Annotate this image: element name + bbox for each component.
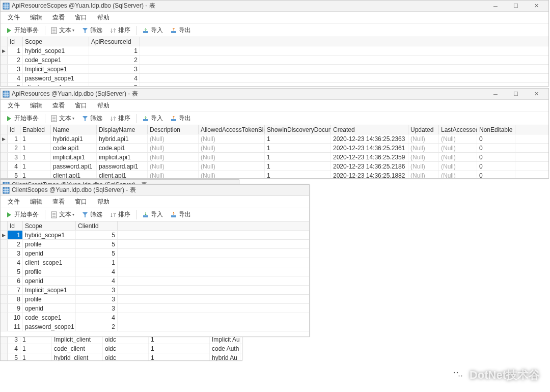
cell[interactable]: 1 (20, 144, 51, 152)
cell[interactable]: 3 (8, 249, 23, 258)
menu-查看[interactable]: 查看 (47, 100, 70, 111)
cell[interactable]: 0 (477, 144, 515, 152)
cell[interactable]: 5 (8, 171, 20, 178)
sort-button[interactable]: 排序 (106, 209, 133, 220)
cell[interactable]: (Null) (439, 171, 477, 178)
table-row[interactable]: 7Implicit_scope13 (1, 286, 309, 295)
table-row[interactable]: 9openid3 (1, 304, 309, 313)
cell[interactable]: hybrid Au (210, 353, 240, 360)
titlebar[interactable]: ClientScopes @Yuan.Idp.dbo (SqlServer) -… (1, 185, 309, 196)
cell[interactable]: 1 (76, 258, 118, 267)
cell[interactable]: 1 (8, 231, 23, 239)
table-row[interactable]: ▶1hybrid_scope15 (1, 231, 309, 240)
menu-窗口[interactable]: 窗口 (70, 100, 92, 111)
col-header[interactable]: Id (8, 125, 20, 134)
cell[interactable]: (Null) (408, 134, 439, 143)
export-button[interactable]: 导出 (167, 113, 194, 124)
cell[interactable]: 5 (89, 83, 140, 86)
text-button[interactable]: 文本▾ (47, 25, 77, 36)
cell[interactable]: (Null) (148, 144, 199, 152)
cell[interactable]: 2 (8, 240, 23, 248)
col-header[interactable]: ClientId (76, 221, 118, 230)
cell[interactable]: (Null) (439, 162, 477, 171)
menu-查看[interactable]: 查看 (47, 196, 70, 208)
col-header[interactable]: Enabled (20, 125, 51, 134)
cell[interactable]: 0 (477, 134, 515, 143)
cell[interactable]: 3 (76, 304, 118, 313)
table-row[interactable]: 3openid5 (1, 249, 309, 258)
cell[interactable]: password_scope1 (23, 322, 76, 331)
cell[interactable]: (Null) (199, 144, 265, 152)
cell[interactable]: 1 (20, 171, 51, 178)
cell[interactable]: 5 (8, 353, 20, 360)
begin-tx-button[interactable]: 开始事务 (3, 113, 42, 124)
cell[interactable]: password.api1 (97, 162, 148, 171)
cell[interactable]: client_scope1 (23, 83, 89, 86)
cell[interactable]: 5 (76, 231, 118, 239)
table-row[interactable]: 4client_scope11 (1, 258, 309, 267)
table-row[interactable]: ▶1hybrid_scope11 (1, 46, 548, 55)
cell[interactable]: password_scope1 (23, 74, 89, 82)
cell[interactable]: (Null) (439, 134, 477, 143)
cell[interactable]: 7 (8, 286, 23, 294)
cell[interactable]: 1 (265, 162, 331, 171)
cell[interactable]: hybrid_scope1 (23, 231, 76, 239)
cell[interactable]: 1 (20, 153, 51, 161)
col-header[interactable]: LastAccessed (439, 125, 477, 134)
cell[interactable]: 4 (76, 313, 118, 322)
cell[interactable]: (Null) (408, 153, 439, 161)
cell[interactable]: password.api1 (51, 162, 97, 171)
cell[interactable]: oidc (103, 344, 149, 353)
cell[interactable]: 1 (8, 134, 20, 143)
table-row[interactable]: 5client_scope15 (1, 83, 548, 86)
cell[interactable]: 2020-12-23 14:36:25.2186 (331, 162, 408, 171)
cell[interactable]: (Null) (439, 153, 477, 161)
table-row[interactable]: 2code_scope12 (1, 55, 548, 65)
cell[interactable]: 2 (89, 55, 140, 64)
cell[interactable]: code_scope1 (23, 55, 89, 64)
table-row[interactable]: 3Implicit_scope13 (1, 65, 548, 74)
menu-帮助[interactable]: 帮助 (92, 12, 115, 23)
minimize-button[interactable]: ─ (485, 1, 506, 12)
cell[interactable]: 8 (8, 295, 23, 303)
cell[interactable]: 10 (8, 313, 23, 322)
cell[interactable]: 1 (20, 353, 52, 360)
table-row[interactable]: 51hybrid_clientoidc1hybrid Au (1, 353, 242, 360)
cell[interactable]: 4 (76, 267, 118, 276)
cell[interactable]: hybrid.api1 (97, 134, 148, 143)
table-row[interactable]: 21code.api1code.api1(Null)(Null)12020-12… (1, 144, 548, 153)
cell[interactable]: 0 (477, 171, 515, 178)
cell[interactable]: client_scope1 (23, 258, 76, 267)
cell[interactable]: 3 (89, 65, 140, 73)
cell[interactable]: 4 (76, 276, 118, 285)
cell[interactable]: 4 (8, 258, 23, 267)
menu-帮助[interactable]: 帮助 (92, 100, 115, 111)
cell[interactable]: (Null) (439, 144, 477, 152)
cell[interactable]: code.api1 (51, 144, 97, 152)
cell[interactable]: code_client (52, 344, 103, 353)
menu-编辑[interactable]: 编辑 (25, 100, 47, 111)
cell[interactable]: 1 (20, 134, 51, 143)
menu-文件[interactable]: 文件 (3, 100, 25, 111)
sort-button[interactable]: 排序 (106, 113, 133, 124)
cell[interactable]: 1 (89, 46, 140, 55)
col-header[interactable]: Id (8, 37, 23, 46)
cell[interactable]: 0 (477, 162, 515, 171)
cell[interactable]: 4 (89, 74, 140, 82)
cell[interactable]: 5 (8, 83, 23, 86)
cell[interactable]: 6 (8, 276, 23, 285)
cell[interactable]: 0 (477, 153, 515, 161)
col-header[interactable]: Scope (23, 221, 76, 230)
cell[interactable]: code.api1 (97, 144, 148, 152)
menu-查看[interactable]: 查看 (47, 12, 70, 23)
export-button[interactable]: 导出 (167, 209, 194, 220)
cell[interactable]: 9 (8, 304, 23, 313)
cell[interactable]: 1 (149, 353, 210, 360)
menu-编辑[interactable]: 编辑 (25, 12, 47, 23)
cell[interactable]: (Null) (199, 134, 265, 143)
table-row[interactable]: 5profile4 (1, 267, 309, 276)
table-row[interactable]: 41code_clientoidc1code Auth (1, 344, 242, 353)
cell[interactable]: 2 (8, 55, 23, 64)
cell[interactable]: 1 (265, 171, 331, 178)
cell[interactable]: 1 (265, 134, 331, 143)
